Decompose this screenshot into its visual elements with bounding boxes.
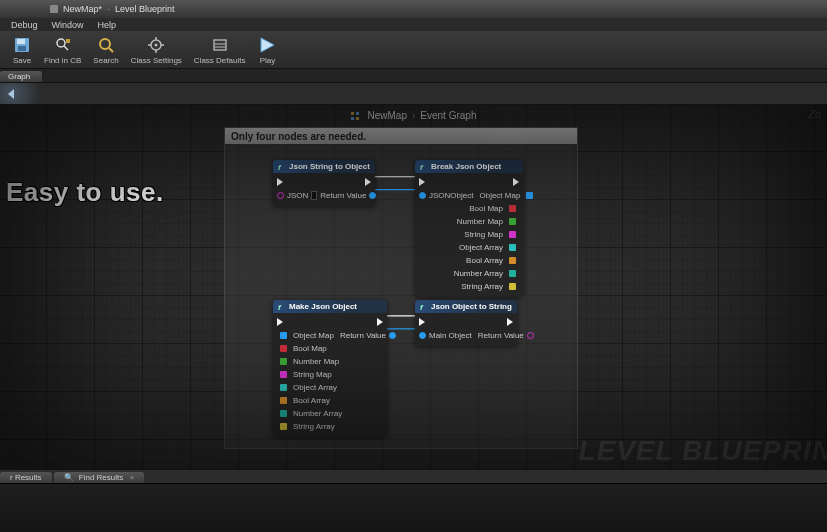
chevron-right-icon: › bbox=[412, 110, 415, 121]
node-json-string-to-object[interactable]: f Json String to Object JSON Return Valu… bbox=[273, 160, 375, 206]
breadcrumb-a[interactable]: NewMap bbox=[368, 110, 407, 121]
svg-text:f: f bbox=[278, 163, 282, 171]
node-title: f Break Json Object bbox=[415, 160, 523, 173]
blueprint-icon bbox=[351, 111, 363, 119]
pin-label: Object Array bbox=[290, 383, 340, 392]
in-pin[interactable] bbox=[280, 423, 287, 430]
node-json-object-to-string[interactable]: f Json Object to String Main Object Retu… bbox=[415, 300, 517, 346]
svg-rect-5 bbox=[66, 39, 70, 43]
svg-point-9 bbox=[155, 44, 158, 47]
find-in-cb-label: Find in CB bbox=[44, 56, 81, 65]
svg-marker-18 bbox=[8, 89, 14, 99]
node-title: f Json String to Object bbox=[273, 160, 375, 173]
class-settings-label: Class Settings bbox=[131, 56, 182, 65]
pin-label: Main Object bbox=[426, 331, 475, 340]
window-title-bar: NewMap* - Level Blueprint bbox=[0, 0, 827, 18]
exec-in-pin[interactable] bbox=[277, 178, 283, 186]
out-pin[interactable] bbox=[526, 192, 533, 199]
save-button[interactable]: Save bbox=[6, 34, 38, 67]
in-pin[interactable] bbox=[280, 384, 287, 391]
menu-window[interactable]: Window bbox=[45, 20, 91, 30]
menu-debug[interactable]: Debug bbox=[4, 20, 45, 30]
exec-in-pin[interactable] bbox=[419, 318, 425, 326]
play-button[interactable]: Play bbox=[251, 34, 283, 67]
search-button[interactable]: Search bbox=[87, 34, 124, 67]
pin-label-return: Return Value bbox=[317, 191, 369, 200]
tab-graph[interactable]: Graph bbox=[0, 71, 42, 82]
in-pin[interactable] bbox=[280, 358, 287, 365]
out-pin[interactable] bbox=[509, 218, 516, 225]
in-pin[interactable] bbox=[280, 332, 287, 339]
pin-label: Number Map bbox=[290, 357, 342, 366]
exec-in-pin[interactable] bbox=[419, 178, 425, 186]
results-tab-bar: r Results 🔍 Find Results × bbox=[0, 469, 827, 483]
watermark-text: LEVEL BLUEPRIN bbox=[578, 435, 827, 467]
pin-label: Number Array bbox=[451, 269, 506, 278]
function-icon: f bbox=[278, 303, 286, 311]
jsonobject-in-pin[interactable] bbox=[419, 192, 426, 199]
tab-find-results[interactable]: 🔍 Find Results × bbox=[54, 472, 145, 483]
pin-label: Object Map bbox=[476, 191, 523, 200]
svg-line-7 bbox=[109, 48, 113, 52]
find-in-cb-icon bbox=[54, 36, 72, 54]
in-pin[interactable] bbox=[280, 397, 287, 404]
svg-text:f: f bbox=[278, 303, 282, 311]
title-separator: - bbox=[107, 4, 110, 14]
function-icon: f bbox=[278, 163, 286, 171]
exec-out-pin[interactable] bbox=[377, 318, 383, 326]
out-pin[interactable] bbox=[509, 257, 516, 264]
json-in-pin[interactable] bbox=[277, 192, 284, 199]
out-pin[interactable] bbox=[509, 205, 516, 212]
main-object-in-pin[interactable] bbox=[419, 332, 426, 339]
graph-tab-strip: Graph bbox=[0, 69, 827, 83]
exec-out-pin[interactable] bbox=[507, 318, 513, 326]
svg-rect-2 bbox=[18, 46, 26, 51]
pin-label: Number Map bbox=[454, 217, 506, 226]
exec-in-pin[interactable] bbox=[277, 318, 283, 326]
svg-text:f: f bbox=[420, 303, 424, 311]
pin-label: Bool Map bbox=[290, 344, 330, 353]
bottom-panel bbox=[0, 483, 827, 532]
find-in-cb-button[interactable]: Find in CB bbox=[38, 34, 87, 67]
play-label: Play bbox=[260, 56, 276, 65]
pin-label: String Map bbox=[290, 370, 335, 379]
exec-out-pin[interactable] bbox=[513, 178, 519, 186]
pin-label-json: JSON bbox=[284, 191, 311, 200]
comment-panel[interactable]: Only four nodes are needed. f Json Strin… bbox=[224, 127, 578, 449]
class-defaults-label: Class Defaults bbox=[194, 56, 246, 65]
pin-label: String Map bbox=[461, 230, 506, 239]
class-defaults-button[interactable]: Class Defaults bbox=[188, 34, 252, 67]
node-make-json-object[interactable]: f Make Json Object Object Map Return Val… bbox=[273, 300, 387, 437]
in-pin[interactable] bbox=[280, 371, 287, 378]
return-value-pin[interactable] bbox=[389, 332, 396, 339]
search-icon bbox=[97, 36, 115, 54]
node-title: f Make Json Object bbox=[273, 300, 387, 313]
breadcrumb-b[interactable]: Event Graph bbox=[420, 110, 476, 121]
pin-label: JSONObject bbox=[426, 191, 476, 200]
out-pin[interactable] bbox=[509, 244, 516, 251]
return-value-pin[interactable] bbox=[527, 332, 534, 339]
return-value-pin[interactable] bbox=[369, 192, 376, 199]
gear-icon bbox=[147, 36, 165, 54]
menu-help[interactable]: Help bbox=[91, 20, 124, 30]
svg-point-6 bbox=[100, 39, 110, 49]
search-small-icon: 🔍 bbox=[64, 473, 74, 482]
close-icon[interactable]: × bbox=[130, 473, 135, 482]
svg-rect-14 bbox=[214, 40, 226, 50]
exec-out-pin[interactable] bbox=[365, 178, 371, 186]
window-title-b: Level Blueprint bbox=[115, 4, 175, 14]
graph-canvas[interactable]: NewMap › Event Graph Zo Easy to use. Onl… bbox=[0, 105, 827, 469]
out-pin[interactable] bbox=[509, 283, 516, 290]
function-icon: f bbox=[420, 303, 428, 311]
node-break-json-object[interactable]: f Break Json Object JSONObject Object Ma… bbox=[415, 160, 523, 297]
pin-label: String Array bbox=[458, 282, 506, 291]
back-button[interactable] bbox=[4, 87, 18, 101]
out-pin[interactable] bbox=[509, 270, 516, 277]
pin-label: Object Map bbox=[290, 331, 337, 340]
in-pin[interactable] bbox=[280, 410, 287, 417]
in-pin[interactable] bbox=[280, 345, 287, 352]
tab-compiler-results[interactable]: r Results bbox=[0, 472, 52, 483]
class-settings-button[interactable]: Class Settings bbox=[125, 34, 188, 67]
play-icon bbox=[258, 36, 276, 54]
out-pin[interactable] bbox=[509, 231, 516, 238]
